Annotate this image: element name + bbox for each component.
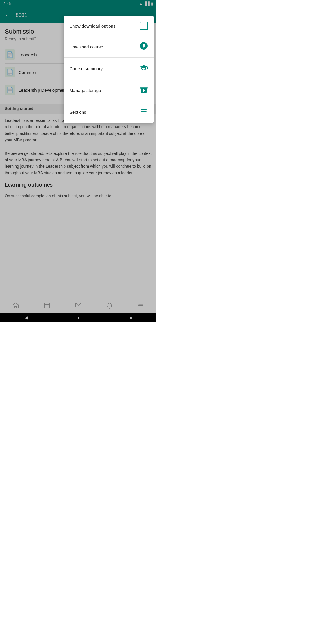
course-summary-label: Course summary xyxy=(70,66,103,71)
manage-storage-item[interactable]: Manage storage xyxy=(64,79,154,101)
checkbox-icon xyxy=(140,22,148,30)
svg-rect-10 xyxy=(141,111,147,112)
show-download-options-label: Show download options xyxy=(70,23,115,28)
download-icon xyxy=(140,42,148,52)
svg-rect-9 xyxy=(141,109,147,110)
svg-marker-3 xyxy=(140,65,148,68)
dropdown-menu: Show download options Download course Co… xyxy=(64,16,154,123)
svg-rect-11 xyxy=(141,113,147,113)
manage-storage-label: Manage storage xyxy=(70,88,101,93)
svg-rect-2 xyxy=(142,48,145,48)
graduation-icon xyxy=(140,64,148,73)
course-summary-item[interactable]: Course summary xyxy=(64,58,154,79)
download-course-item[interactable]: Download course xyxy=(64,36,154,58)
sections-icon xyxy=(140,107,148,117)
svg-rect-6 xyxy=(140,87,148,89)
show-download-options-item[interactable]: Show download options xyxy=(64,16,154,36)
download-course-label: Download course xyxy=(70,44,103,49)
sections-item[interactable]: Sections xyxy=(64,101,154,123)
sections-label: Sections xyxy=(70,110,86,115)
box-icon xyxy=(140,85,148,95)
